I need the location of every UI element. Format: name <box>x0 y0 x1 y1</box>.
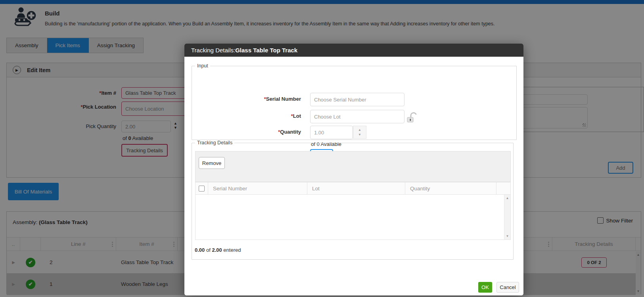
lot-label: *Lot <box>194 113 301 119</box>
tracking-details-modal: Tracking Details:Glass Table Top Track I… <box>184 44 523 295</box>
modal-title-item: Glass Table Top Track <box>235 47 297 54</box>
serial-number-label: *Serial Number <box>194 96 301 102</box>
tracking-table-body <box>196 195 504 240</box>
column-header-serial[interactable]: Serial Number <box>208 182 307 194</box>
entered-summary: 0.00 of 2.00 entered <box>195 247 241 253</box>
serial-number-input[interactable] <box>310 93 404 106</box>
input-group-legend: Input <box>195 63 210 69</box>
input-group: Input *Serial Number *Lot *Quantity ▲ ▼ <box>192 63 517 140</box>
cancel-button[interactable]: Cancel <box>496 282 519 293</box>
select-all-cell[interactable] <box>196 182 208 194</box>
modal-title-prefix: Tracking Details: <box>191 47 235 54</box>
unlock-icon[interactable] <box>406 110 418 123</box>
quantity-input[interactable] <box>310 126 353 139</box>
scroll-up-icon[interactable]: ▲ <box>504 196 510 200</box>
select-all-checkbox[interactable] <box>199 186 205 192</box>
spin-up-icon[interactable]: ▲ <box>358 128 361 132</box>
quantity-spinner[interactable]: ▲ ▼ <box>353 126 366 139</box>
tracking-table-scrollbar[interactable]: ▲ ▼ <box>504 195 510 240</box>
tracking-toolbar: Remove <box>195 151 511 182</box>
modal-title-bar: Tracking Details:Glass Table Top Track <box>184 44 523 57</box>
quantity-label: *Quantity <box>194 129 301 135</box>
remove-button[interactable]: Remove <box>199 157 225 169</box>
column-header-filler <box>496 182 510 194</box>
lot-input[interactable] <box>310 110 404 123</box>
tracking-group-legend: Tracking Details <box>195 140 234 146</box>
tracking-table: Serial Number Lot Quantity ▲ ▼ <box>195 182 511 240</box>
tracking-table-header: Serial Number Lot Quantity <box>196 182 510 195</box>
ok-button[interactable]: OK <box>478 282 492 293</box>
column-header-lot[interactable]: Lot <box>307 182 405 194</box>
tracking-details-group: Tracking Details Remove Serial Number Lo… <box>192 140 514 260</box>
scroll-down-icon[interactable]: ▼ <box>504 234 510 238</box>
build-screen: Build Building is the 'manufacturing' po… <box>0 0 644 297</box>
spin-down-icon[interactable]: ▼ <box>358 133 361 136</box>
column-header-quantity[interactable]: Quantity <box>405 182 496 194</box>
